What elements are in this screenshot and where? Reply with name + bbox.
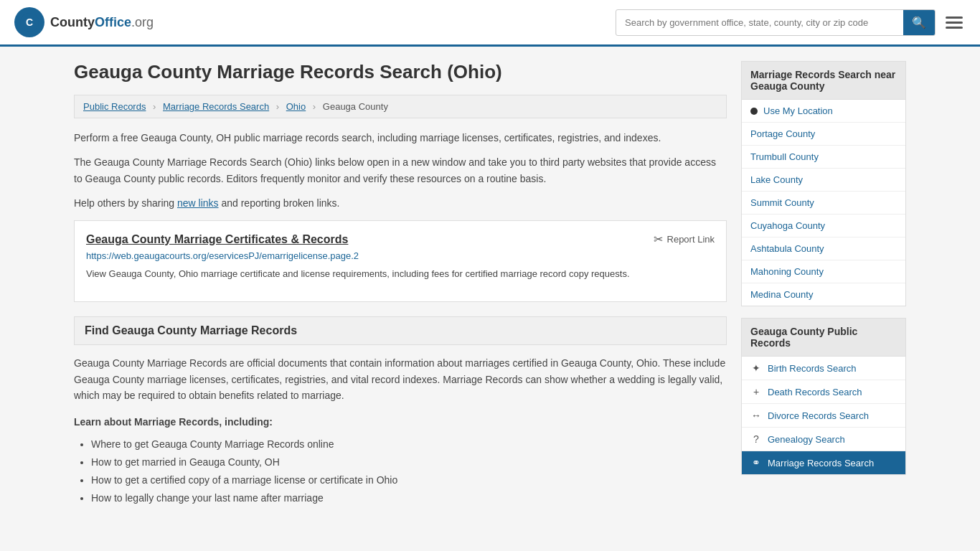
- sidebar-county-cuyahoga[interactable]: Cuyahoga County: [742, 215, 905, 237]
- county-link[interactable]: Medina County: [750, 289, 813, 300]
- find-section-header: Find Geauga County Marriage Records: [74, 316, 727, 345]
- sidebar-county-ashtabula[interactable]: Ashtabula County: [742, 237, 905, 260]
- county-link[interactable]: Portage County: [750, 128, 815, 139]
- list-item: Where to get Geauga County Marriage Reco…: [91, 435, 727, 453]
- content-area: Geauga County Marriage Records Search (O…: [74, 61, 727, 508]
- site-header: C CountyOffice.org 🔍: [0, 0, 980, 47]
- county-link[interactable]: Ashtabula County: [750, 243, 824, 254]
- sidebar-public-title: Geauga County Public Records: [742, 319, 905, 357]
- report-link[interactable]: ✂ Report Link: [654, 232, 715, 246]
- record-card-header: Geauga County Marriage Certificates & Re…: [86, 232, 715, 246]
- pub-rec-genealogy[interactable]: ? Genealogy Search: [742, 428, 905, 451]
- breadcrumb: Public Records › Marriage Records Search…: [74, 95, 727, 118]
- birth-records-link[interactable]: Birth Records Search: [768, 363, 857, 374]
- death-icon: +: [750, 386, 762, 397]
- menu-button[interactable]: [943, 14, 966, 32]
- list-item: How to get married in Geauga County, OH: [91, 453, 727, 471]
- sidebar-county-trumbull[interactable]: Trumbull County: [742, 146, 905, 169]
- divorce-icon: ↔: [750, 410, 762, 421]
- logo-text: CountyOffice.org: [50, 15, 154, 30]
- marriage-records-link[interactable]: Marriage Records Search: [768, 458, 874, 468]
- page-title: Geauga County Marriage Records Search (O…: [74, 61, 727, 83]
- record-card: Geauga County Marriage Certificates & Re…: [74, 220, 727, 303]
- breadcrumb-current: Geauga County: [323, 101, 388, 112]
- sidebar-public-section: Geauga County Public Records ✦ Birth Rec…: [741, 318, 906, 475]
- county-link[interactable]: Summit County: [750, 197, 814, 208]
- search-button[interactable]: 🔍: [903, 10, 935, 35]
- divorce-records-link[interactable]: Divorce Records Search: [768, 410, 869, 421]
- death-records-link[interactable]: Death Records Search: [768, 387, 862, 397]
- search-input[interactable]: [616, 11, 903, 34]
- record-url[interactable]: https://web.geaugacourts.org/eservicesPJ…: [86, 250, 715, 261]
- learn-list: Where to get Geauga County Marriage Reco…: [74, 435, 727, 508]
- learn-title: Learn about Marriage Records, including:: [74, 414, 727, 430]
- find-section-heading: Find Geauga County Marriage Records: [85, 324, 716, 337]
- find-section-body: Geauga County Marriage Records are offic…: [74, 355, 727, 403]
- new-links-link[interactable]: new links: [177, 197, 219, 209]
- pub-rec-death[interactable]: + Death Records Search: [742, 380, 905, 404]
- sidebar-county-summit[interactable]: Summit County: [742, 192, 905, 215]
- marriage-icon: ⚭: [750, 457, 762, 468]
- intro-p2: The Geauga County Marriage Records Searc…: [74, 154, 727, 187]
- breadcrumb-marriage-records-search[interactable]: Marriage Records Search: [163, 101, 269, 112]
- record-desc: View Geauga County, Ohio marriage certif…: [86, 267, 715, 282]
- main-container: Geauga County Marriage Records Search (O…: [60, 47, 920, 522]
- pub-rec-marriage[interactable]: ⚭ Marriage Records Search: [742, 451, 905, 474]
- list-item: How to get a certified copy of a marriag…: [91, 471, 727, 489]
- sidebar-county-lake[interactable]: Lake County: [742, 169, 905, 192]
- learn-section: Learn about Marriage Records, including:…: [74, 414, 727, 508]
- sidebar-marriage-title: Marriage Records Search near Geauga Coun…: [742, 62, 905, 100]
- logo-area: C CountyOffice.org: [14, 7, 154, 37]
- sidebar-marriage-section: Marriage Records Search near Geauga Coun…: [741, 61, 906, 306]
- breadcrumb-public-records[interactable]: Public Records: [83, 101, 146, 112]
- header-right: 🔍: [616, 9, 966, 36]
- intro-p3: Help others by sharing new links and rep…: [74, 195, 727, 211]
- pub-rec-divorce[interactable]: ↔ Divorce Records Search: [742, 404, 905, 428]
- list-item: How to legally change your last name aft…: [91, 489, 727, 507]
- record-card-link[interactable]: Geauga County Marriage Certificates & Re…: [86, 233, 348, 245]
- breadcrumb-sep-3: ›: [313, 101, 316, 112]
- county-link[interactable]: Mahoning County: [750, 266, 824, 277]
- breadcrumb-sep-2: ›: [276, 101, 279, 112]
- svg-text:C: C: [26, 17, 33, 28]
- report-label: Report Link: [667, 234, 715, 245]
- logo-icon: C: [14, 7, 44, 37]
- sidebar-county-portage[interactable]: Portage County: [742, 123, 905, 146]
- sidebar-county-medina[interactable]: Medina County: [742, 283, 905, 306]
- sidebar-county-mahoning[interactable]: Mahoning County: [742, 260, 905, 283]
- genealogy-icon: ?: [750, 433, 762, 445]
- birth-icon: ✦: [750, 362, 762, 374]
- report-icon: ✂: [654, 232, 663, 246]
- use-location-link[interactable]: Use My Location: [763, 105, 833, 116]
- sidebar: Marriage Records Search near Geauga Coun…: [741, 61, 906, 508]
- use-location-item[interactable]: Use My Location: [742, 100, 905, 123]
- genealogy-link[interactable]: Genealogy Search: [768, 434, 845, 445]
- breadcrumb-sep-1: ›: [153, 101, 156, 112]
- location-dot-icon: [750, 108, 758, 115]
- county-link[interactable]: Trumbull County: [750, 151, 819, 162]
- county-link[interactable]: Lake County: [750, 174, 803, 185]
- pub-rec-birth[interactable]: ✦ Birth Records Search: [742, 357, 905, 380]
- county-link[interactable]: Cuyahoga County: [750, 220, 825, 231]
- search-icon: 🔍: [912, 17, 926, 29]
- intro-p1: Perform a free Geauga County, OH public …: [74, 130, 727, 146]
- record-card-title: Geauga County Marriage Certificates & Re…: [86, 232, 348, 246]
- search-bar: 🔍: [616, 9, 936, 36]
- breadcrumb-ohio[interactable]: Ohio: [286, 101, 306, 112]
